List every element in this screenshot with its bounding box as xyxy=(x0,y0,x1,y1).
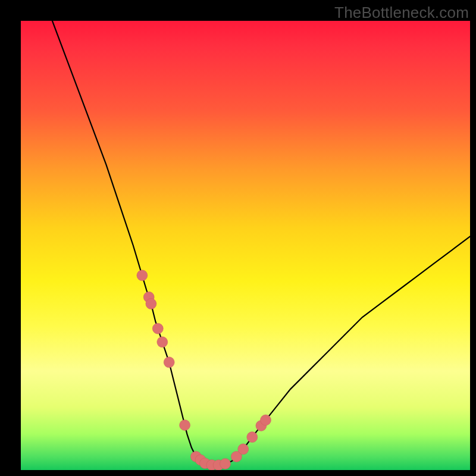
curve-marker xyxy=(247,432,258,443)
chart-frame: TheBottleneck.com xyxy=(0,0,476,476)
curve-marker xyxy=(220,458,231,469)
curve-marker xyxy=(238,444,249,455)
curve-marker xyxy=(152,323,163,334)
curve-marker xyxy=(137,270,148,281)
bottleneck-curve xyxy=(21,21,470,470)
curve-marker xyxy=(180,420,190,431)
curve-markers xyxy=(137,270,271,470)
curve-marker xyxy=(157,337,168,347)
curve-marker xyxy=(164,357,174,368)
curve-marker xyxy=(146,299,156,309)
curve-line xyxy=(52,21,470,466)
plot-area xyxy=(21,21,470,470)
watermark-text: TheBottleneck.com xyxy=(334,4,469,22)
curve-marker xyxy=(261,415,271,425)
